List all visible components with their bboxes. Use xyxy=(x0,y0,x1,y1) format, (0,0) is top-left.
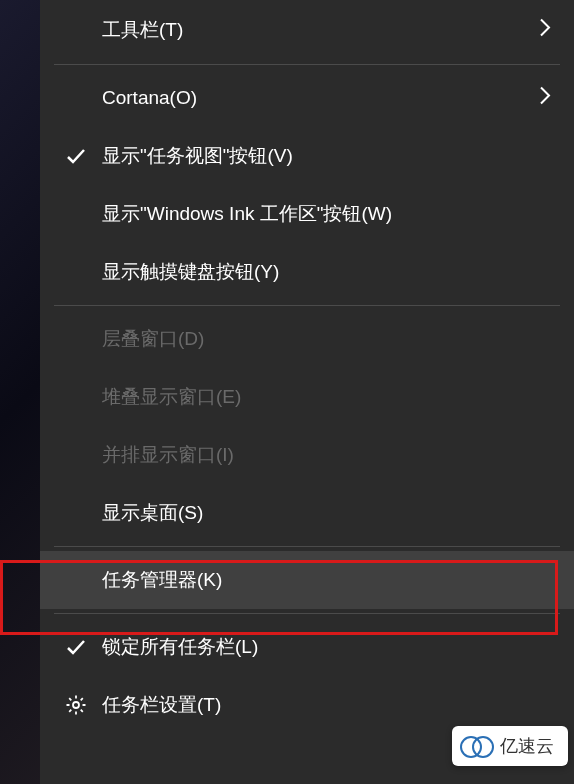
chevron-right-icon xyxy=(538,17,552,44)
menu-item-label: 锁定所有任务栏(L) xyxy=(102,634,258,660)
watermark-badge: 亿速云 xyxy=(452,726,568,766)
menu-item-label: 显示桌面(S) xyxy=(102,500,203,526)
menu-separator xyxy=(54,613,560,614)
menu-item-label: 任务管理器(K) xyxy=(102,567,222,593)
menu-item-label: 堆叠显示窗口(E) xyxy=(102,384,241,410)
menu-item-label: 并排显示窗口(I) xyxy=(102,442,234,468)
check-icon xyxy=(62,636,90,658)
taskbar-context-menu: 工具栏(T) Cortana(O) 显示"任务视图"按钮(V) 显示"Windo… xyxy=(40,0,574,784)
menu-separator xyxy=(54,546,560,547)
check-icon xyxy=(62,145,90,167)
gear-icon xyxy=(62,694,90,716)
menu-separator xyxy=(54,64,560,65)
menu-item-label: 工具栏(T) xyxy=(102,17,183,43)
menu-item-label: 显示触摸键盘按钮(Y) xyxy=(102,259,279,285)
menu-item-windows-ink[interactable]: 显示"Windows Ink 工作区"按钮(W) xyxy=(40,185,574,243)
menu-item-label: 显示"任务视图"按钮(V) xyxy=(102,143,293,169)
menu-item-cascade: 层叠窗口(D) xyxy=(40,310,574,368)
menu-separator xyxy=(54,305,560,306)
menu-item-label: 任务栏设置(T) xyxy=(102,692,221,718)
menu-item-toolbars[interactable]: 工具栏(T) xyxy=(40,0,574,60)
menu-item-cortana[interactable]: Cortana(O) xyxy=(40,69,574,127)
menu-item-label: 层叠窗口(D) xyxy=(102,326,204,352)
menu-item-stack: 堆叠显示窗口(E) xyxy=(40,368,574,426)
menu-item-side-by-side: 并排显示窗口(I) xyxy=(40,426,574,484)
menu-item-task-manager[interactable]: 任务管理器(K) xyxy=(40,551,574,609)
menu-item-label: Cortana(O) xyxy=(102,87,197,109)
menu-item-lock-taskbars[interactable]: 锁定所有任务栏(L) xyxy=(40,618,574,676)
svg-point-0 xyxy=(73,702,79,708)
menu-item-label: 显示"Windows Ink 工作区"按钮(W) xyxy=(102,201,392,227)
cloud-logo-icon xyxy=(460,735,494,757)
chevron-right-icon xyxy=(538,85,552,112)
menu-item-touch-keyboard[interactable]: 显示触摸键盘按钮(Y) xyxy=(40,243,574,301)
watermark-text: 亿速云 xyxy=(500,734,554,758)
menu-item-task-view[interactable]: 显示"任务视图"按钮(V) xyxy=(40,127,574,185)
menu-item-show-desktop[interactable]: 显示桌面(S) xyxy=(40,484,574,542)
